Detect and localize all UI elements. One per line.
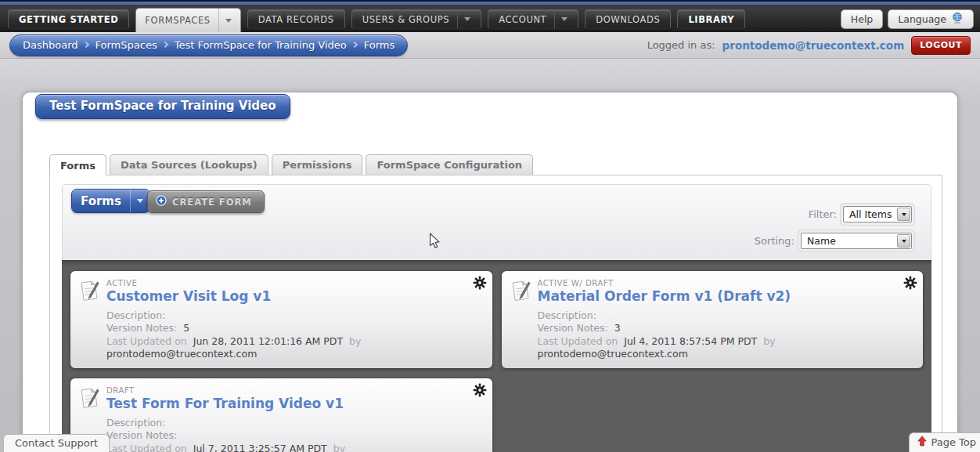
last-updated-label: Last Updated on xyxy=(106,335,187,347)
tab-permissions-label: Permissions xyxy=(283,159,352,171)
tab-formspace-configuration[interactable]: FormSpace Configuration xyxy=(366,154,533,175)
forms-tab-content: Forms CREATE FORM Filter: All Items xyxy=(49,175,942,452)
form-title-link[interactable]: Material Order Form v1 (Draft v2) xyxy=(538,288,897,304)
last-updated-label: Last Updated on xyxy=(106,443,187,452)
forms-menu-button[interactable]: Forms xyxy=(71,189,150,213)
nav-account-label: ACCOUNT xyxy=(499,14,546,25)
help-button[interactable]: Help xyxy=(841,9,884,29)
language-button[interactable]: Language xyxy=(888,9,974,29)
nav-users-groups-label: USERS & GROUPS xyxy=(362,14,450,25)
chevron-right-icon xyxy=(161,42,168,48)
gear-icon[interactable] xyxy=(473,276,487,293)
by-label: by xyxy=(763,335,775,347)
version-notes-value: 3 xyxy=(614,322,621,334)
page-top-tab[interactable]: Page Top xyxy=(909,432,980,452)
nav-formspaces[interactable]: FORMSPACES xyxy=(135,8,240,32)
session-area: Logged in as: prontodemo@truecontext.com… xyxy=(647,36,971,55)
form-meta: Description: Version Notes: Last Updated… xyxy=(106,417,466,452)
sorting-control: Sorting: Name xyxy=(755,233,912,249)
nav-formspaces-label: FORMSPACES xyxy=(145,15,210,26)
help-label: Help xyxy=(851,13,874,25)
form-document-icon xyxy=(77,385,102,414)
tab-formspace-configuration-label: FormSpace Configuration xyxy=(377,159,522,171)
contact-support-tab[interactable]: Contact Support xyxy=(3,434,110,452)
filter-label: Filter: xyxy=(809,208,837,220)
last-updated-date: Jun 28, 2011 12:01:16 AM PDT xyxy=(193,335,343,347)
sorting-label: Sorting: xyxy=(755,235,794,247)
version-notes-value: 5 xyxy=(183,322,189,334)
filter-control: Filter: All Items xyxy=(809,206,912,222)
nav-data-records[interactable]: DATA RECORDS xyxy=(247,9,345,29)
nav-getting-started[interactable]: GETTING STARTED xyxy=(8,9,129,29)
contact-support-label: Contact Support xyxy=(15,437,98,449)
form-title-link[interactable]: Test Form For Training Video v1 xyxy=(106,396,466,411)
tab-data-sources[interactable]: Data Sources (Lookups) xyxy=(110,154,268,175)
top-navigation: GETTING STARTED FORMSPACES DATA RECORDS … xyxy=(0,6,980,32)
form-document-icon xyxy=(508,278,533,306)
forms-list-panel: ACTIVE Customer Visit Log v1 Description… xyxy=(62,260,931,452)
sorting-select-arrow[interactable] xyxy=(897,234,910,248)
chevron-down-icon xyxy=(902,213,906,216)
nav-account-dropdown[interactable] xyxy=(554,10,567,28)
breadcrumb-formspace-name[interactable]: Test FormSpace for Training Video xyxy=(175,39,347,51)
breadcrumb-formspaces[interactable]: FormSpaces xyxy=(95,39,157,51)
nav-users-groups-dropdown[interactable] xyxy=(457,10,470,28)
logout-button[interactable]: LOGOUT xyxy=(911,36,971,55)
nav-account[interactable]: ACCOUNT xyxy=(488,9,578,29)
gear-icon[interactable] xyxy=(473,383,487,400)
filter-selected-value: All Items xyxy=(844,208,897,220)
main-panel: Test FormSpace for Training Video Forms … xyxy=(22,92,958,452)
nav-users-groups[interactable]: USERS & GROUPS xyxy=(351,9,482,29)
version-notes-label: Version Notes: xyxy=(106,429,177,441)
tab-permissions[interactable]: Permissions xyxy=(272,154,363,175)
form-meta: Description: Version Notes: 3 Last Updat… xyxy=(538,309,897,360)
chevron-right-icon xyxy=(351,42,358,48)
nav-getting-started-label: GETTING STARTED xyxy=(19,14,118,25)
form-status-badge: ACTIVE W/ DRAFT xyxy=(538,279,897,287)
nav-library-label: LIBRARY xyxy=(688,14,734,25)
form-meta: Description: Version Notes: 5 Last Updat… xyxy=(106,309,466,360)
arrow-up-icon xyxy=(917,436,927,449)
filter-select-arrow[interactable] xyxy=(897,208,910,221)
filter-select[interactable]: All Items xyxy=(843,206,912,222)
gear-icon[interactable] xyxy=(903,276,917,293)
chevron-down-icon xyxy=(561,17,567,21)
logged-in-as-label: Logged in as: xyxy=(647,39,715,51)
form-card[interactable]: ACTIVE Customer Visit Log v1 Description… xyxy=(70,271,492,368)
last-updated-label: Last Updated on xyxy=(538,335,618,347)
language-label: Language xyxy=(898,13,946,25)
breadcrumb-forms[interactable]: Forms xyxy=(364,39,395,51)
nav-utilities: Help Language xyxy=(841,9,980,29)
logged-in-user-email[interactable]: prontodemo@truecontext.com xyxy=(722,39,905,52)
form-title-link[interactable]: Customer Visit Log v1 xyxy=(106,288,466,304)
plus-circle-icon xyxy=(156,195,167,208)
breadcrumb-dashboard[interactable]: Dashboard xyxy=(23,39,78,51)
tab-data-sources-label: Data Sources (Lookups) xyxy=(121,159,258,171)
tab-forms-label: Forms xyxy=(60,160,95,172)
nav-downloads-label: DOWNLOADS xyxy=(596,14,660,25)
form-card[interactable]: ACTIVE W/ DRAFT Material Order Form v1 (… xyxy=(502,271,924,368)
tab-strip: Forms Data Sources (Lookups) Permissions… xyxy=(49,154,533,175)
description-label: Description: xyxy=(538,309,596,321)
page-title: Test FormSpace for Training Video xyxy=(35,94,290,119)
form-status-badge: ACTIVE xyxy=(106,279,466,287)
page-top-label: Page Top xyxy=(931,436,976,448)
nav-library[interactable]: LIBRARY xyxy=(677,9,745,29)
nav-formspaces-dropdown[interactable] xyxy=(218,9,232,32)
form-card[interactable]: DRAFT Test Form For Training Video v1 De… xyxy=(70,378,492,452)
by-label: by xyxy=(349,335,361,347)
chevron-down-icon xyxy=(137,199,143,203)
create-form-label: CREATE FORM xyxy=(172,197,252,208)
create-form-button[interactable]: CREATE FORM xyxy=(147,190,265,213)
description-label: Description: xyxy=(106,417,165,428)
last-updated-by: prontodemo@truecontext.com xyxy=(106,348,257,360)
sorting-selected-value: Name xyxy=(802,235,897,247)
nav-downloads[interactable]: DOWNLOADS xyxy=(585,9,671,29)
chevron-down-icon xyxy=(902,240,906,243)
by-label: by xyxy=(333,443,345,452)
last-updated-date: Jul 4, 2011 8:57:54 PM PDT xyxy=(624,335,757,347)
forms-menu-label: Forms xyxy=(72,194,130,208)
version-notes-label: Version Notes: xyxy=(538,322,608,334)
tab-forms[interactable]: Forms xyxy=(49,154,106,175)
sorting-select[interactable]: Name xyxy=(801,233,912,249)
